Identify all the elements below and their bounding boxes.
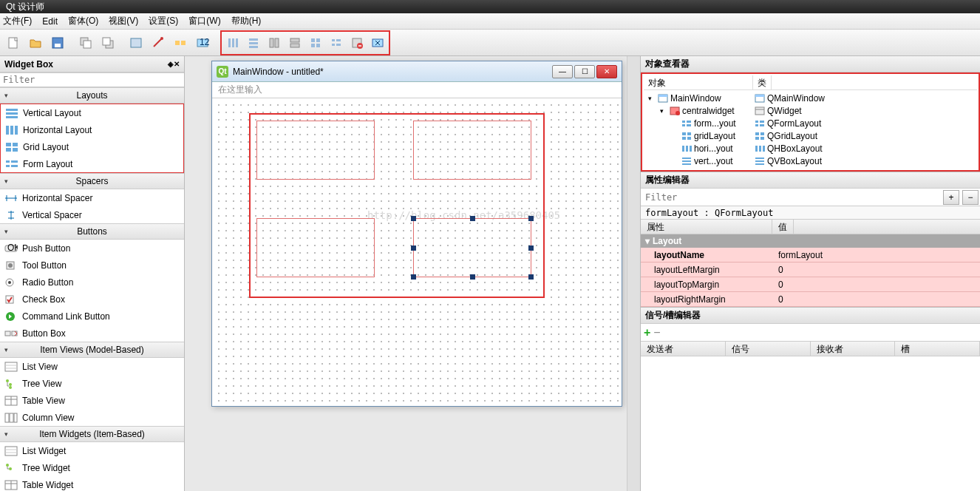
category-layouts[interactable]: ▾Layouts xyxy=(0,87,184,104)
layout-toolbar-highlight xyxy=(220,30,390,55)
property-row[interactable]: layoutNameformLayout xyxy=(641,248,980,263)
svg-point-63 xyxy=(9,386,12,389)
layout-form-icon[interactable] xyxy=(326,33,347,53)
break-layout-icon[interactable] xyxy=(347,33,367,53)
edit-tab-order-icon[interactable]: 123 xyxy=(192,33,213,53)
widget-tool-button[interactable]: Tool Button xyxy=(0,257,184,274)
new-file-icon[interactable] xyxy=(3,33,24,53)
layout-box-selected[interactable] xyxy=(413,218,531,277)
tree-row[interactable]: ▾MainWindowQMainWindow xyxy=(644,92,977,104)
close-panel-icon[interactable]: ✕ xyxy=(174,60,180,68)
layout-box-3[interactable] xyxy=(256,218,375,277)
property-row[interactable]: layoutTopMargin0 xyxy=(641,277,980,292)
property-section-layout[interactable]: ▾Layout xyxy=(641,234,980,248)
layout-box-1[interactable] xyxy=(256,121,375,180)
edit-signals-icon[interactable] xyxy=(148,33,169,53)
widget-filter-input[interactable] xyxy=(0,73,184,87)
layout-horizontal-icon[interactable] xyxy=(222,33,243,53)
save-file-icon[interactable] xyxy=(47,33,68,53)
widget-grid-layout[interactable]: Grid Layout xyxy=(1,138,183,155)
category-spacers[interactable]: ▾Spacers xyxy=(0,173,184,189)
menu-form[interactable]: 窗体(O) xyxy=(68,15,98,27)
widget-list-view[interactable]: List View xyxy=(0,358,184,375)
widget-form-layout[interactable]: Form Layout xyxy=(1,155,183,172)
widget-button-box[interactable]: Button Box xyxy=(0,325,184,342)
treeview-icon xyxy=(4,378,18,390)
form-window[interactable]: Qt MainWindow - untitled* — ☐ ✕ 在这里输入 ht… xyxy=(211,61,622,407)
widget-tree-view[interactable]: Tree View xyxy=(0,375,184,392)
property-object-path: formLayout : QFormLayout xyxy=(641,206,980,220)
svg-rect-0 xyxy=(9,38,17,48)
svg-rect-9 xyxy=(175,41,180,45)
widget-column-view[interactable]: Column View xyxy=(0,409,184,426)
menu-file[interactable]: 文件(F) xyxy=(3,15,32,27)
widget-tree-widget[interactable]: Tree Widget xyxy=(0,459,184,476)
property-row[interactable]: layoutRightMargin0 xyxy=(641,292,980,307)
layout-hsplitter-icon[interactable] xyxy=(264,33,285,53)
maximize-button[interactable]: ☐ xyxy=(574,65,595,78)
widget-push-button[interactable]: OKPush Button xyxy=(0,240,184,257)
add-property-icon[interactable]: + xyxy=(943,190,959,205)
category-buttons[interactable]: ▾Buttons xyxy=(0,223,184,240)
form-canvas[interactable]: http://blog.csdn.net/a359680405 xyxy=(212,98,622,406)
svg-rect-37 xyxy=(6,126,9,135)
edit-buddies-icon[interactable] xyxy=(170,33,191,53)
bring-front-icon[interactable] xyxy=(98,33,118,53)
tree-row[interactable]: form...youtQFormLayout xyxy=(644,117,977,129)
svg-rect-19 xyxy=(270,38,273,47)
layout-vsplitter-icon[interactable] xyxy=(285,33,305,53)
widget-check-box[interactable]: Check Box xyxy=(0,291,184,308)
float-icon[interactable]: ◈ xyxy=(168,60,174,68)
svg-rect-28 xyxy=(336,39,341,41)
design-area[interactable]: Qt MainWindow - untitled* — ☐ ✕ 在这里输入 ht… xyxy=(185,56,640,491)
widget-horizontal-layout[interactable]: Horizontal Layout xyxy=(1,121,183,138)
widget-table-view[interactable]: Table View xyxy=(0,392,184,409)
category-item-views[interactable]: ▾Item Views (Model-Based) xyxy=(0,342,184,358)
adjust-size-icon[interactable] xyxy=(367,33,388,53)
tree-row[interactable]: ▾centralwidgetQWidget xyxy=(644,104,977,117)
category-item-widgets[interactable]: ▾Item Widgets (Item-Based) xyxy=(0,426,184,442)
tree-row[interactable]: gridLayoutQGridLayout xyxy=(644,129,977,142)
svg-point-51 xyxy=(8,263,13,268)
widget-radio-button[interactable]: Radio Button xyxy=(0,274,184,291)
menu-edit[interactable]: Edit xyxy=(42,16,58,27)
minimize-button[interactable]: — xyxy=(552,65,573,78)
tree-row[interactable]: vert...youtQVBoxLayout xyxy=(644,155,977,167)
object-tree-highlight: 对象 类 ▾MainWindowQMainWindow▾centralwidge… xyxy=(641,72,980,172)
open-file-icon[interactable] xyxy=(25,33,46,53)
vertical-scrollbar[interactable] xyxy=(627,56,640,491)
tree-row[interactable]: hori...youtQHBoxLayout xyxy=(644,142,977,155)
edit-widgets-icon[interactable] xyxy=(126,33,146,53)
property-row[interactable]: layoutLeftMargin0 xyxy=(641,263,980,277)
widget-horizontal-spacer[interactable]: Horizontal Spacer xyxy=(0,189,184,206)
close-button[interactable]: ✕ xyxy=(596,65,617,78)
widget-table-widget[interactable]: Table Widget xyxy=(0,476,184,491)
svg-rect-89 xyxy=(687,124,691,126)
listview-icon xyxy=(4,361,18,373)
menu-bar: 文件(F) Edit 窗体(O) 视图(V) 设置(S) 窗口(W) 帮助(H) xyxy=(0,13,980,30)
menu-settings[interactable]: 设置(S) xyxy=(149,15,178,27)
menu-view[interactable]: 视图(V) xyxy=(109,15,138,27)
send-back-icon[interactable] xyxy=(75,33,96,53)
form-menubar[interactable]: 在这里输入 xyxy=(212,82,622,98)
property-filter-input[interactable] xyxy=(641,192,942,203)
widget-list-widget[interactable]: List Widget xyxy=(0,442,184,459)
svg-rect-98 xyxy=(755,132,759,135)
svg-rect-10 xyxy=(181,41,186,45)
svg-rect-47 xyxy=(11,165,18,167)
remove-signal-icon[interactable]: − xyxy=(653,326,660,339)
widget-command-link[interactable]: Command Link Button xyxy=(0,308,184,325)
form-titlebar[interactable]: Qt MainWindow - untitled* — ☐ ✕ xyxy=(212,61,622,82)
layout-vertical-icon[interactable] xyxy=(243,33,264,53)
widget-vertical-layout[interactable]: Vertical Layout xyxy=(1,104,183,121)
remove-property-icon[interactable]: − xyxy=(962,190,979,205)
svg-rect-95 xyxy=(687,132,691,135)
add-signal-icon[interactable]: + xyxy=(644,326,650,339)
svg-rect-108 xyxy=(682,158,691,159)
layout-grid-icon[interactable] xyxy=(305,33,326,53)
layout-box-2[interactable] xyxy=(413,121,531,180)
menu-window[interactable]: 窗口(W) xyxy=(188,15,220,27)
widget-vertical-spacer[interactable]: Vertical Spacer xyxy=(0,206,184,223)
svg-rect-26 xyxy=(316,44,320,47)
menu-help[interactable]: 帮助(H) xyxy=(231,15,262,27)
